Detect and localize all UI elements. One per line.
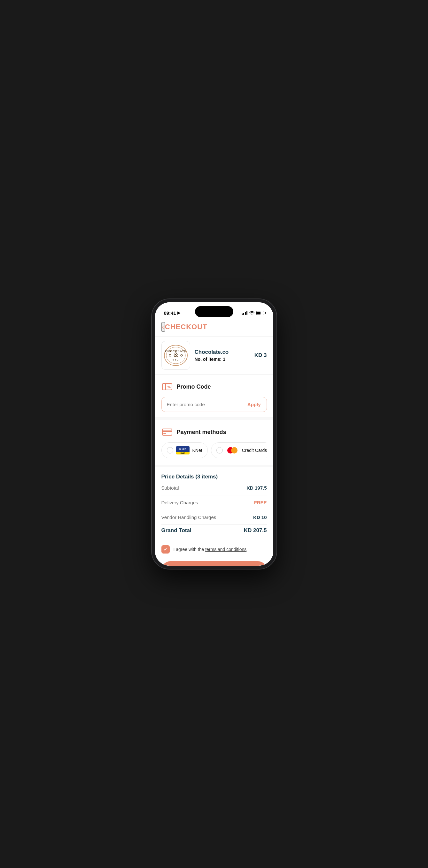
- svg-text:&: &: [173, 351, 178, 358]
- price-divider-1: [161, 495, 267, 495]
- proceed-to-payment-button[interactable]: Proceed To Payment: [161, 561, 267, 566]
- payment-option-knet[interactable]: K-NET KNET KNet: [161, 442, 208, 458]
- order-info: Chocolate.co No. of items: 1: [195, 349, 250, 362]
- order-price: KD 3: [254, 352, 267, 359]
- checkmark-icon: ✓: [164, 547, 167, 552]
- grand-total-row: Grand Total KD 207.5: [161, 524, 267, 534]
- terms-text: I agree with the terms and conditions: [174, 547, 247, 552]
- section-divider-1: [155, 417, 273, 420]
- svg-rect-11: [162, 431, 172, 432]
- subtotal-value: KD 197.5: [246, 485, 267, 491]
- promo-icon: %: [161, 381, 173, 393]
- vendor-row: Vendor Handling Charges KD 10: [161, 515, 267, 520]
- svg-text:%: %: [167, 385, 171, 389]
- payment-section: Payment methods K-NET KNET KNet: [155, 420, 273, 467]
- delivery-row: Delivery Charges FREE: [161, 500, 267, 505]
- svg-point-6: [181, 354, 183, 356]
- location-arrow-icon: ▶: [177, 311, 180, 315]
- promo-code-input[interactable]: [162, 397, 242, 412]
- price-section: Price Details (3 items) Subtotal KD 197.…: [155, 467, 273, 540]
- promo-title: Promo Code: [177, 383, 211, 390]
- vendor-value: KD 10: [253, 515, 267, 520]
- signal-icon: [242, 311, 247, 315]
- promo-input-row: Apply: [161, 397, 267, 412]
- svg-rect-12: [163, 433, 166, 434]
- promo-header: % Promo Code: [161, 381, 267, 393]
- back-button[interactable]: ‹: [161, 322, 165, 332]
- payment-methods-row: K-NET KNET KNet: [161, 442, 267, 460]
- store-name: Chocolate.co: [195, 349, 250, 355]
- grand-total-value: KD 207.5: [244, 527, 267, 534]
- credit-radio[interactable]: [216, 447, 223, 454]
- svg-text:co.: co.: [173, 358, 179, 361]
- delivery-label: Delivery Charges: [161, 500, 198, 505]
- dynamic-island: [195, 306, 233, 317]
- store-logo: CHOCOLATE & co.: [161, 341, 190, 370]
- terms-checkbox[interactable]: ✓: [161, 545, 170, 554]
- status-icons: [242, 311, 264, 315]
- credit-label: Credit Cards: [242, 448, 267, 453]
- price-details-title: Price Details (3 items): [161, 474, 267, 480]
- knet-label: KNet: [192, 448, 202, 453]
- phone-screen: 09:41 ▶: [155, 302, 273, 566]
- items-count: No. of items: 1: [195, 356, 250, 362]
- terms-link[interactable]: terms and conditions: [205, 547, 246, 552]
- vendor-label: Vendor Handling Charges: [161, 515, 216, 520]
- back-chevron-icon: ‹: [162, 323, 164, 331]
- order-card: CHOCOLATE & co. Chocolate.co No. of item…: [155, 336, 273, 375]
- payment-title: Payment methods: [177, 429, 226, 436]
- subtotal-row: Subtotal KD 197.5: [161, 485, 267, 491]
- knet-radio[interactable]: [167, 447, 173, 454]
- time-display: 09:41: [164, 310, 176, 316]
- items-value: 1: [223, 356, 225, 362]
- payment-option-credit[interactable]: Credit Cards: [211, 442, 267, 458]
- status-time: 09:41 ▶: [164, 310, 180, 316]
- apply-button[interactable]: Apply: [242, 397, 267, 412]
- promo-section: % Promo Code Apply: [155, 375, 273, 417]
- grand-total-label: Grand Total: [161, 527, 191, 534]
- terms-row: ✓ I agree with the terms and conditions: [155, 540, 273, 559]
- battery-icon: [256, 311, 264, 315]
- payment-icon: [161, 426, 173, 438]
- price-divider-2: [161, 510, 267, 510]
- knet-logo: K-NET KNET: [176, 446, 190, 455]
- delivery-value: FREE: [254, 500, 267, 505]
- payment-header: Payment methods: [161, 426, 267, 438]
- phone-frame: 09:41 ▶: [152, 299, 276, 569]
- wifi-icon: [249, 311, 254, 315]
- credit-card-logo: [225, 446, 239, 455]
- items-label: No. of items:: [195, 356, 222, 362]
- svg-point-5: [169, 354, 171, 356]
- header: ‹ CHECKOUT: [155, 319, 273, 336]
- page-title: CHECKOUT: [165, 323, 208, 331]
- subtotal-label: Subtotal: [161, 485, 179, 491]
